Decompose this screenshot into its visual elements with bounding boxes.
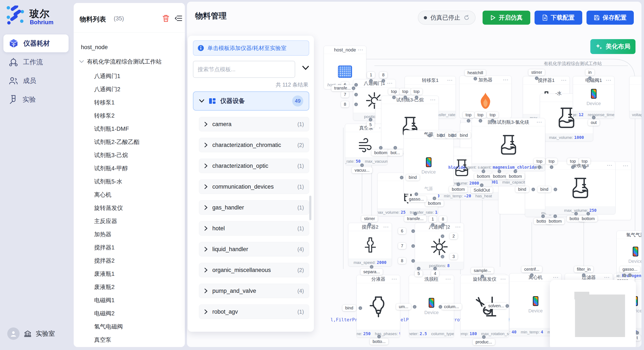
port-bubble[interactable]: ‹ bbox=[428, 134, 432, 137]
tree-item[interactable]: 废液瓶1 bbox=[94, 270, 114, 278]
template-scrollbar[interactable] bbox=[309, 196, 311, 220]
port-bubble[interactable]: › bbox=[415, 192, 418, 196]
port-bubble[interactable]: › bbox=[532, 188, 535, 191]
port-bubble[interactable]: ‹ bbox=[440, 134, 443, 137]
search-input[interactable] bbox=[193, 61, 295, 78]
tree-item[interactable]: 离心机 bbox=[94, 191, 112, 199]
template-row-characterization_chromatic[interactable]: characterization_chromatic(2) bbox=[199, 138, 309, 152]
node-menu-icon[interactable]: ••• bbox=[387, 79, 393, 87]
port-bubble[interactable]: › bbox=[359, 306, 362, 310]
port-bubble[interactable]: ‹ bbox=[439, 305, 442, 309]
port-bubble[interactable]: ‹ bbox=[588, 77, 592, 80]
port-bubble[interactable]: ‹ bbox=[481, 275, 484, 278]
template-row-gas_handler[interactable]: gas_handler(1) bbox=[199, 200, 309, 215]
node-menu-icon[interactable]: ••• bbox=[446, 275, 451, 283]
beautify-layout-button[interactable]: 美化布局 bbox=[590, 39, 636, 54]
port-bubble[interactable]: › bbox=[379, 146, 383, 150]
port-bubble[interactable]: › bbox=[554, 188, 557, 191]
tree-item[interactable]: 八通阀门1 bbox=[94, 72, 120, 80]
port-bubble[interactable]: ‹ bbox=[451, 134, 455, 137]
port-bubble[interactable]: ‹ bbox=[431, 223, 435, 227]
port-bubble[interactable]: ‹ bbox=[583, 166, 586, 169]
tree-item[interactable]: 真空泵 bbox=[94, 336, 112, 344]
port-bubble[interactable]: ‹ bbox=[467, 119, 470, 123]
port-bubble[interactable]: › bbox=[514, 170, 517, 173]
collapse-list-icon[interactable] bbox=[175, 15, 182, 22]
port-bubble[interactable]: › bbox=[414, 212, 417, 216]
tree-item[interactable]: 电磁阀1 bbox=[94, 296, 114, 304]
tree-item[interactable]: 加热器 bbox=[94, 230, 112, 238]
node-menu-icon[interactable]: ••• bbox=[358, 46, 364, 54]
tree-item[interactable]: 转移泵2 bbox=[94, 112, 114, 120]
port-bubble[interactable]: › bbox=[574, 212, 578, 216]
canvas-node-分液器[interactable]: 分液器•••volume: 250has_phases: true bbox=[356, 275, 400, 338]
port-bubble[interactable]: ‹ bbox=[538, 166, 541, 169]
port-bubble[interactable]: › bbox=[352, 87, 356, 90]
port-bubble[interactable]: › bbox=[636, 331, 639, 335]
tree-item[interactable]: 氢气电磁阀 bbox=[94, 323, 123, 331]
port-bubble[interactable]: › bbox=[413, 305, 416, 309]
tree-item[interactable]: 废液瓶2 bbox=[94, 283, 114, 291]
node-menu-icon[interactable]: ••• bbox=[430, 96, 436, 104]
template-row-hotel[interactable]: hotel(1) bbox=[199, 221, 309, 236]
template-row-organic_miscellaneous[interactable]: organic_miscellaneous(2) bbox=[199, 263, 309, 277]
port-bubble[interactable]: › bbox=[433, 197, 436, 200]
port-bubble[interactable]: › bbox=[412, 229, 415, 233]
node-menu-icon[interactable]: ••• bbox=[503, 76, 509, 84]
template-row-characterization_optic[interactable]: characterization_optic(1) bbox=[199, 159, 309, 173]
port-bubble[interactable]: › bbox=[541, 214, 545, 218]
port-bubble[interactable]: › bbox=[506, 304, 509, 308]
port-bubble[interactable]: › bbox=[498, 170, 501, 173]
node-menu-icon[interactable]: ••• bbox=[607, 161, 613, 170]
lab-label[interactable]: 实验室 bbox=[36, 329, 55, 338]
node-menu-icon[interactable]: ••• bbox=[537, 118, 542, 126]
port-bubble[interactable]: ‹ bbox=[582, 273, 586, 277]
sidebar-item-2[interactable]: 工作流 bbox=[4, 53, 68, 71]
port-bubble[interactable]: › bbox=[434, 267, 437, 270]
port-bubble[interactable]: › bbox=[586, 212, 590, 216]
port-bubble[interactable]: ‹ bbox=[441, 234, 444, 238]
port-bubble[interactable]: ‹ bbox=[441, 255, 444, 259]
sidebar-item-3[interactable]: 成员 bbox=[4, 72, 68, 90]
tree-item[interactable]: 旋转蒸发仪 bbox=[94, 204, 123, 212]
port-bubble[interactable]: › bbox=[592, 116, 596, 120]
tree-item[interactable]: 试剂瓶5-水 bbox=[94, 178, 122, 185]
template-row-pump_and_valve[interactable]: pump_and_valve(4) bbox=[199, 284, 309, 298]
port-bubble[interactable]: ‹ bbox=[382, 79, 385, 83]
port-bubble[interactable]: ‹ bbox=[392, 96, 396, 99]
tree-item[interactable]: 电磁阀2 bbox=[94, 310, 114, 317]
node-menu-icon[interactable]: ••• bbox=[623, 162, 629, 170]
port-bubble[interactable]: › bbox=[456, 183, 460, 186]
port-bubble[interactable]: ‹ bbox=[628, 273, 632, 277]
port-bubble[interactable]: › bbox=[482, 170, 485, 173]
trash-icon[interactable] bbox=[162, 14, 170, 22]
canvas-node-电磁阀1[interactable]: 电磁阀1•••Devicevoltage: 12response_time: 0… bbox=[573, 76, 614, 119]
tree-group[interactable]: 有机化学流程综合测试工作站 bbox=[79, 58, 162, 65]
port-bubble[interactable]: › bbox=[360, 164, 364, 167]
node-menu-icon[interactable]: ••• bbox=[383, 223, 389, 231]
port-bubble[interactable]: ‹ bbox=[530, 273, 534, 277]
port-bubble[interactable]: ‹ bbox=[550, 166, 554, 169]
port-bubble[interactable]: ‹ bbox=[441, 223, 445, 227]
tree-item[interactable]: 试剂瓶4-甲醇 bbox=[94, 165, 128, 172]
port-bubble[interactable]: › bbox=[354, 103, 358, 106]
tree-item[interactable]: 八通阀门2 bbox=[94, 85, 120, 93]
canvas-node-气源[interactable]: 气源•••Device气源 bbox=[404, 130, 454, 194]
port-bubble[interactable]: › bbox=[369, 118, 372, 122]
category-instruments[interactable]: 仪器设备 49 bbox=[193, 91, 309, 111]
template-row-camera[interactable]: camera(1) bbox=[199, 117, 309, 131]
port-bubble[interactable]: › bbox=[554, 214, 557, 218]
port-bubble[interactable]: ‹ bbox=[369, 79, 373, 83]
canvas-node-八通阀门2[interactable]: 八通阀门2•••positions: 8 bbox=[415, 223, 464, 270]
tree-item[interactable]: 试剂瓶2-乙酸乙酯 bbox=[94, 138, 140, 146]
tree-item[interactable]: 试剂瓶1-DMF bbox=[94, 125, 129, 133]
port-bubble[interactable]: › bbox=[417, 267, 420, 270]
port-bubble[interactable]: ‹ bbox=[368, 223, 372, 226]
sidebar-item-1[interactable]: 仪器耗材 bbox=[4, 34, 68, 52]
port-bubble[interactable]: ‹ bbox=[474, 77, 477, 81]
port-bubble[interactable]: › bbox=[354, 83, 358, 87]
node-menu-icon[interactable]: ••• bbox=[500, 275, 506, 283]
node-menu-icon[interactable]: ••• bbox=[447, 76, 453, 84]
port-bubble[interactable]: ‹ bbox=[491, 119, 494, 123]
port-bubble[interactable]: › bbox=[482, 335, 486, 339]
